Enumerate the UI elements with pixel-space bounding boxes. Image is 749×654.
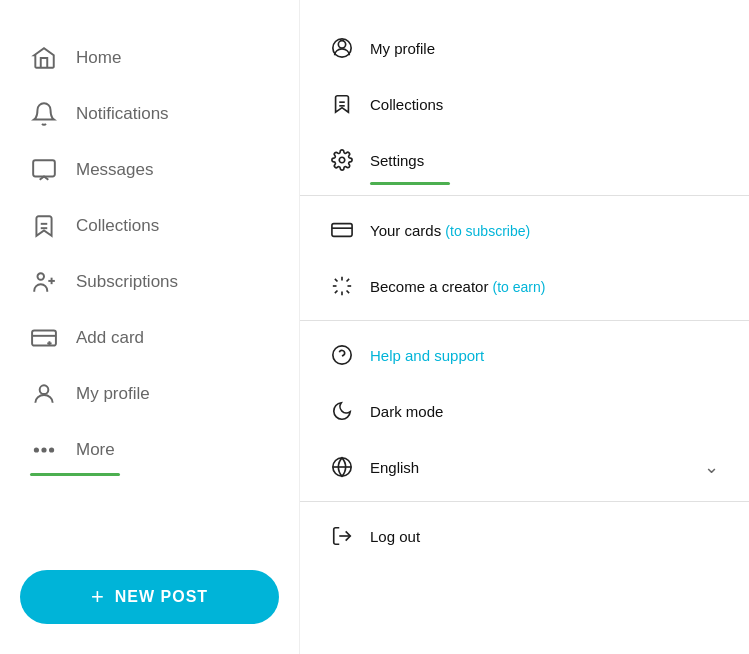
menu-language-icon bbox=[330, 455, 354, 479]
nav-items: Home Notifications Messages Collections bbox=[0, 20, 299, 555]
add-card-icon bbox=[30, 324, 58, 352]
message-icon bbox=[30, 156, 58, 184]
menu-item-settings[interactable]: Settings bbox=[300, 132, 749, 188]
menu-item-help[interactable]: Help and support bbox=[300, 327, 749, 383]
divider-3 bbox=[300, 501, 749, 502]
new-post-button[interactable]: + NEW POST bbox=[20, 570, 279, 624]
menu-cards-icon bbox=[330, 218, 354, 242]
svg-point-25 bbox=[333, 346, 351, 364]
sidebar: Home Notifications Messages Collections bbox=[0, 0, 300, 654]
right-menu: My profile Collections Settings Your car… bbox=[300, 0, 749, 654]
sidebar-item-my-profile-label: My profile bbox=[76, 384, 150, 404]
svg-rect-19 bbox=[332, 224, 352, 237]
menu-item-logout[interactable]: Log out bbox=[300, 508, 749, 564]
divider-1 bbox=[300, 195, 749, 196]
sidebar-item-messages[interactable]: Messages bbox=[0, 142, 299, 198]
menu-your-cards-label: Your cards (to subscribe) bbox=[370, 222, 530, 239]
svg-rect-0 bbox=[33, 160, 55, 176]
menu-profile-icon bbox=[330, 36, 354, 60]
menu-help-icon bbox=[330, 343, 354, 367]
menu-collections-label: Collections bbox=[370, 96, 443, 113]
sidebar-item-notifications[interactable]: Notifications bbox=[0, 86, 299, 142]
divider-2 bbox=[300, 320, 749, 321]
home-icon bbox=[30, 44, 58, 72]
menu-become-creator-label: Become a creator (to earn) bbox=[370, 278, 545, 295]
menu-creator-icon bbox=[330, 274, 354, 298]
collections-icon bbox=[30, 212, 58, 240]
sidebar-item-messages-label: Messages bbox=[76, 160, 153, 180]
sidebar-item-add-card[interactable]: Add card bbox=[0, 310, 299, 366]
subscriptions-icon bbox=[30, 268, 58, 296]
menu-dark-mode-icon bbox=[330, 399, 354, 423]
menu-settings-icon bbox=[330, 148, 354, 172]
menu-dark-mode-label: Dark mode bbox=[370, 403, 443, 420]
svg-point-18 bbox=[339, 157, 345, 163]
sidebar-item-more-label: More bbox=[76, 440, 115, 460]
menu-my-profile-label: My profile bbox=[370, 40, 435, 57]
svg-point-10 bbox=[40, 385, 49, 394]
more-active-indicator bbox=[30, 473, 120, 476]
menu-item-my-profile[interactable]: My profile bbox=[300, 20, 749, 76]
menu-logout-icon bbox=[330, 524, 354, 548]
creator-sub-label: (to earn) bbox=[493, 279, 546, 295]
svg-rect-6 bbox=[32, 330, 56, 345]
svg-point-12 bbox=[42, 448, 45, 451]
svg-point-14 bbox=[338, 41, 345, 48]
new-post-plus-icon: + bbox=[91, 586, 105, 608]
sidebar-item-collections[interactable]: Collections bbox=[0, 198, 299, 254]
menu-item-dark-mode[interactable]: Dark mode bbox=[300, 383, 749, 439]
sidebar-item-home[interactable]: Home bbox=[0, 30, 299, 86]
menu-settings-label: Settings bbox=[370, 152, 424, 169]
sidebar-item-home-label: Home bbox=[76, 48, 121, 68]
svg-point-3 bbox=[38, 273, 45, 280]
sidebar-item-subscriptions-label: Subscriptions bbox=[76, 272, 178, 292]
bell-icon bbox=[30, 100, 58, 128]
menu-logout-label: Log out bbox=[370, 528, 420, 545]
menu-collections-icon bbox=[330, 92, 354, 116]
svg-point-11 bbox=[35, 448, 38, 451]
menu-item-collections[interactable]: Collections bbox=[300, 76, 749, 132]
svg-point-13 bbox=[50, 448, 53, 451]
menu-help-label: Help and support bbox=[370, 347, 484, 364]
new-post-label: NEW POST bbox=[115, 588, 208, 606]
more-icon bbox=[30, 436, 58, 464]
sidebar-item-add-card-label: Add card bbox=[76, 328, 144, 348]
profile-icon bbox=[30, 380, 58, 408]
menu-item-become-creator[interactable]: Become a creator (to earn) bbox=[300, 258, 749, 314]
sidebar-item-more[interactable]: More bbox=[0, 422, 299, 478]
sidebar-item-my-profile[interactable]: My profile bbox=[0, 366, 299, 422]
sidebar-item-notifications-label: Notifications bbox=[76, 104, 169, 124]
sidebar-item-collections-label: Collections bbox=[76, 216, 159, 236]
menu-item-your-cards[interactable]: Your cards (to subscribe) bbox=[300, 202, 749, 258]
menu-item-language[interactable]: English ⌄ bbox=[300, 439, 749, 495]
your-cards-sub-label: (to subscribe) bbox=[445, 223, 530, 239]
menu-language-label: English bbox=[370, 459, 419, 476]
sidebar-item-subscriptions[interactable]: Subscriptions bbox=[0, 254, 299, 310]
language-chevron-icon: ⌄ bbox=[704, 456, 719, 478]
